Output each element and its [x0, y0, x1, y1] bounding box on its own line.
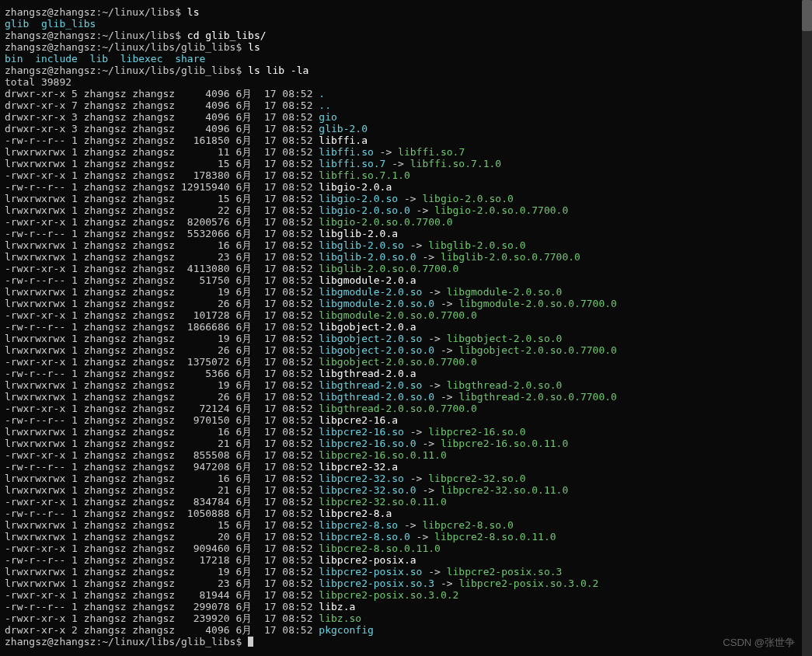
- file-name: libgio-2.0.so: [319, 193, 398, 204]
- file-meta: lrwxrwxrwx 1 zhangsz zhangsz 21 6月 17 08…: [5, 438, 319, 449]
- file-meta: -rw-r--r-- 1 zhangsz zhangsz 12915940 6月…: [5, 181, 319, 193]
- command: ls lib -la: [248, 65, 308, 76]
- file-name: libpcre2-16.so: [319, 426, 404, 438]
- file-name: libgobject-2.0.so.0: [319, 344, 434, 356]
- file-meta: -rw-r--r-- 1 zhangsz zhangsz 947208 6月 1…: [5, 461, 319, 473]
- file-meta: -rwxr-xr-x 1 zhangsz zhangsz 81944 6月 17…: [5, 589, 319, 601]
- file-name: glib-2.0: [319, 123, 368, 134]
- file-meta: lrwxrwxrwx 1 zhangsz zhangsz 15 6月 17 08…: [5, 158, 319, 169]
- symlink-arrow: ->: [410, 531, 434, 543]
- cursor-icon[interactable]: [248, 637, 253, 647]
- file-name: libgio-2.0.a: [319, 181, 392, 193]
- command: ls: [187, 6, 200, 18]
- file-meta: -rw-r--r-- 1 zhangsz zhangsz 5532066 6月 …: [5, 228, 319, 239]
- symlink-arrow: ->: [404, 426, 428, 438]
- file-name: libgthread-2.0.so.0: [319, 391, 434, 403]
- symlink-arrow: ->: [410, 204, 434, 216]
- file-name: libpcre2-32.so: [319, 473, 404, 484]
- file-meta: lrwxrwxrwx 1 zhangsz zhangsz 19 6月 17 08…: [5, 333, 319, 344]
- scrollbar-thumb[interactable]: [802, 0, 812, 31]
- file-meta: -rwxr-xr-x 1 zhangsz zhangsz 101728 6月 1…: [5, 309, 319, 321]
- file-name: gio: [319, 111, 336, 123]
- symlink-arrow: ->: [434, 391, 458, 403]
- prompt: zhangsz@zhangsz:~/linux/libs$: [5, 6, 187, 18]
- file-name: libgio-2.0.so.0: [319, 204, 409, 216]
- symlink-arrow: ->: [422, 286, 446, 298]
- file-meta: drwxr-xr-x 5 zhangsz zhangsz 4096 6月 17 …: [5, 88, 319, 99]
- file-name: libgthread-2.0.a: [319, 368, 416, 379]
- file-meta: lrwxrwxrwx 1 zhangsz zhangsz 16 6月 17 08…: [5, 473, 319, 484]
- symlink-target: libpcre2-32.so.0.11.0: [441, 484, 568, 496]
- symlink-target: libgio-2.0.so.0.7700.0: [434, 204, 568, 216]
- file-meta: drwxr-xr-x 7 zhangsz zhangsz 4096 6月 17 …: [5, 99, 319, 111]
- file-meta: drwxr-xr-x 2 zhangsz zhangsz 4096 6月 17 …: [5, 624, 319, 636]
- symlink-arrow: ->: [404, 239, 428, 251]
- symlink-arrow: ->: [416, 251, 441, 263]
- symlink-target: libpcre2-8.so.0: [422, 519, 513, 531]
- file-meta: -rwxr-xr-x 1 zhangsz zhangsz 72124 6月 17…: [5, 403, 319, 414]
- file-meta: lrwxrwxrwx 1 zhangsz zhangsz 16 6月 17 08…: [5, 239, 319, 251]
- dir-name: glib_libs: [41, 18, 96, 30]
- file-meta: -rwxr-xr-x 1 zhangsz zhangsz 4113080 6月 …: [5, 263, 319, 274]
- symlink-target: libglib-2.0.so.0.7700.0: [441, 251, 580, 263]
- file-name: libglib-2.0.so: [319, 239, 404, 251]
- file-name: libpcre2-16.a: [319, 414, 398, 426]
- symlink-arrow: ->: [434, 577, 458, 589]
- file-name: libpcre2-posix.a: [319, 554, 416, 566]
- file-name: libgthread-2.0.so: [319, 379, 422, 391]
- file-meta: lrwxrwxrwx 1 zhangsz zhangsz 23 6月 17 08…: [5, 577, 319, 589]
- file-meta: lrwxrwxrwx 1 zhangsz zhangsz 19 6月 17 08…: [5, 566, 319, 577]
- file-meta: lrwxrwxrwx 1 zhangsz zhangsz 22 6月 17 08…: [5, 204, 319, 216]
- file-name: libpcre2-posix.so: [319, 566, 422, 577]
- symlink-target: libpcre2-posix.so.3: [447, 566, 563, 577]
- symlink-target: libpcre2-32.so.0: [428, 473, 525, 484]
- dir-name: lib: [90, 53, 108, 65]
- file-name: libglib-2.0.so.0: [319, 251, 416, 263]
- file-name: libz.a: [319, 601, 355, 612]
- symlink-arrow: ->: [385, 158, 409, 169]
- symlink-target: libpcre2-posix.so.3.0.2: [458, 577, 598, 589]
- file-name: libffi.so.7: [319, 158, 385, 169]
- file-name: libpcre2-posix.so.3.0.2: [319, 589, 458, 601]
- file-meta: -rwxr-xr-x 1 zhangsz zhangsz 239920 6月 1…: [5, 612, 319, 624]
- file-meta: lrwxrwxrwx 1 zhangsz zhangsz 15 6月 17 08…: [5, 519, 319, 531]
- file-meta: lrwxrwxrwx 1 zhangsz zhangsz 23 6月 17 08…: [5, 251, 319, 263]
- symlink-target: libgmodule-2.0.so.0.7700.0: [458, 298, 617, 309]
- file-name: libpcre2-32.so.0.11.0: [319, 496, 446, 508]
- scrollbar-vertical[interactable]: ▴: [802, 0, 812, 656]
- symlink-target: libgio-2.0.so.0: [422, 193, 513, 204]
- symlink-target: libffi.so.7: [398, 146, 465, 158]
- ls-total: total 39892: [5, 76, 71, 88]
- file-name: libpcre2-16.so.0: [319, 438, 416, 449]
- file-meta: -rw-r--r-- 1 zhangsz zhangsz 1050888 6月 …: [5, 508, 319, 519]
- file-meta: -rw-r--r-- 1 zhangsz zhangsz 299078 6月 1…: [5, 601, 319, 612]
- file-meta: -rw-r--r-- 1 zhangsz zhangsz 5366 6月 17 …: [5, 368, 319, 379]
- symlink-arrow: ->: [422, 379, 446, 391]
- file-meta: -rwxr-xr-x 1 zhangsz zhangsz 855508 6月 1…: [5, 449, 319, 461]
- file-name: libpcre2-posix.so.3: [319, 577, 434, 589]
- dir-name: share: [175, 53, 205, 65]
- file-name: libpcre2-8.so: [319, 519, 398, 531]
- file-name: libgmodule-2.0.a: [319, 274, 416, 286]
- terminal-output[interactable]: zhangsz@zhangsz:~/linux/libs$ ls glib gl…: [0, 0, 812, 654]
- file-name: libgobject-2.0.a: [319, 321, 416, 333]
- file-meta: lrwxrwxrwx 1 zhangsz zhangsz 19 6月 17 08…: [5, 379, 319, 391]
- prompt: zhangsz@zhangsz:~/linux/libs/glib_libs$: [5, 41, 248, 53]
- symlink-target: libpcre2-8.so.0.11.0: [434, 531, 556, 543]
- dir-name: libexec: [120, 53, 163, 65]
- file-name: libpcre2-8.so.0.11.0: [319, 543, 441, 554]
- file-name: libz.so: [319, 612, 361, 624]
- file-meta: -rw-r--r-- 1 zhangsz zhangsz 970150 6月 1…: [5, 414, 319, 426]
- file-name: libffi.so: [319, 146, 373, 158]
- file-name: libpcre2-32.so.0: [319, 484, 416, 496]
- symlink-arrow: ->: [404, 473, 428, 484]
- file-meta: lrwxrwxrwx 1 zhangsz zhangsz 26 6月 17 08…: [5, 298, 319, 309]
- symlink-arrow: ->: [398, 519, 422, 531]
- symlink-target: libgobject-2.0.so.0.7700.0: [458, 344, 617, 356]
- prompt: zhangsz@zhangsz:~/linux/libs/glib_libs$: [5, 636, 248, 647]
- dir-name: bin: [5, 53, 23, 65]
- symlink-target: libpcre2-16.so.0.11.0: [441, 438, 568, 449]
- dir-name: glib: [5, 18, 29, 30]
- dir-name: include: [35, 53, 78, 65]
- file-name: libgmodule-2.0.so: [319, 286, 422, 298]
